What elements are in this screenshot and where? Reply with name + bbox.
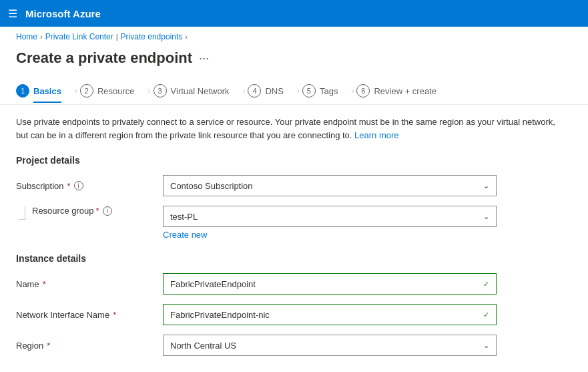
name-value: FabricPrivateEndpoint [170,279,483,289]
region-label: Region * [16,341,163,351]
breadcrumb-section[interactable]: Private endpoints [121,32,183,41]
content-area: Use private endpoints to privately conne… [0,105,588,372]
step-label-virtual-network: Virtual Network [171,86,230,96]
step-circle-6: 6 [356,84,370,98]
step-circle-4: 4 [248,84,261,98]
nic-check-icon: ✓ [483,311,489,319]
name-required: * [43,279,46,289]
info-text: Use private endpoints to privately conne… [16,116,563,142]
page-title: Create a private endpoint [16,49,192,67]
learn-more-link[interactable]: Learn more [354,130,398,140]
resource-group-container: Resource group * i test-PL ⌄ Create new [16,206,572,240]
hamburger-icon[interactable]: ☰ [8,7,17,20]
breadcrumb-sep1: › [40,33,43,41]
step-label-dns: DNS [265,86,283,96]
rg-info-icon[interactable]: i [103,206,112,216]
region-value: North Central US [170,341,483,351]
breadcrumb-private-link[interactable]: Private Link Center [45,32,113,41]
breadcrumb-home[interactable]: Home [16,32,37,41]
step-circle-1: 1 [16,84,29,98]
step-label-basics: Basics [33,86,61,103]
subscription-value: Contoso Subscription [170,181,483,191]
region-dropdown[interactable]: North Central US ⌄ [163,335,497,356]
rg-value: test-PL [170,212,483,222]
subscription-dropdown[interactable]: Contoso Subscription ⌄ [163,175,497,196]
instance-details-heading: Instance details [16,253,572,264]
page-header: Create a private endpoint ··· [0,44,588,77]
step-circle-3: 3 [154,84,167,98]
rg-required: * [96,206,99,216]
step-label-review: Review + create [374,86,436,96]
rg-control: test-PL ⌄ Create new [163,206,497,240]
subscription-control: Contoso Subscription ⌄ [163,175,497,196]
rg-caret-icon: ⌄ [483,212,489,221]
subscription-label: Subscription * i [16,181,163,191]
name-control: FabricPrivateEndpoint ✓ [163,273,497,295]
subscription-row: Subscription * i Contoso Subscription ⌄ [16,175,572,196]
nic-dropdown[interactable]: FabricPrivateEndpoint-nic ✓ [163,304,497,325]
nic-label: Network Interface Name * [16,310,163,320]
region-required: * [47,341,50,351]
rg-label-area: Resource group * i [32,206,163,216]
nic-value: FabricPrivateEndpoint-nic [170,310,483,320]
topbar-title: Microsoft Azure [25,8,101,19]
wizard-step-basics[interactable]: 1 Basics [16,77,72,104]
nic-row: Network Interface Name * FabricPrivateEn… [16,304,572,325]
wizard-step-virtual-network[interactable]: 3 Virtual Network [154,77,240,104]
nic-required: * [113,310,116,320]
name-check-icon: ✓ [483,280,489,289]
nic-control: FabricPrivateEndpoint-nic ✓ [163,304,497,325]
breadcrumb-sep3: › [185,33,188,41]
name-label: Name * [16,279,163,289]
region-control: North Central US ⌄ [163,335,497,356]
topbar: ☰ Microsoft Azure [0,0,588,27]
more-options-icon[interactable]: ··· [199,51,209,65]
wizard-step-dns[interactable]: 4 DNS [248,77,294,104]
breadcrumb-sep2: | [116,33,118,41]
subscription-required: * [67,181,71,191]
step-label-resource: Resource [97,86,135,96]
rg-bracket [16,206,29,220]
resource-group-dropdown[interactable]: test-PL ⌄ [163,206,497,227]
subscription-caret-icon: ⌄ [483,182,489,190]
project-details-section: Project details Subscription * i Contoso… [16,155,572,240]
name-row: Name * FabricPrivateEndpoint ✓ [16,273,572,295]
region-caret-icon: ⌄ [483,341,489,350]
wizard-step-tags[interactable]: 5 Tags [302,77,348,104]
resource-group-label: Resource group [32,206,94,216]
breadcrumb: Home › Private Link Center | Private end… [0,27,588,44]
wizard-step-review[interactable]: 6 Review + create [356,77,447,104]
create-new-link[interactable]: Create new [163,230,497,240]
step-circle-5: 5 [302,84,316,98]
subscription-info-icon[interactable]: i [74,181,83,190]
wizard-step-resource[interactable]: 2 Resource [80,77,145,104]
region-row: Region * North Central US ⌄ [16,335,572,356]
project-details-heading: Project details [16,155,572,166]
wizard-steps: 1 Basics › 2 Resource › 3 Virtual Networ… [0,77,588,105]
instance-details-section: Instance details Name * FabricPrivateEnd… [16,253,572,356]
name-dropdown[interactable]: FabricPrivateEndpoint ✓ [163,273,497,295]
step-circle-2: 2 [80,84,93,98]
step-label-tags: Tags [320,86,338,96]
